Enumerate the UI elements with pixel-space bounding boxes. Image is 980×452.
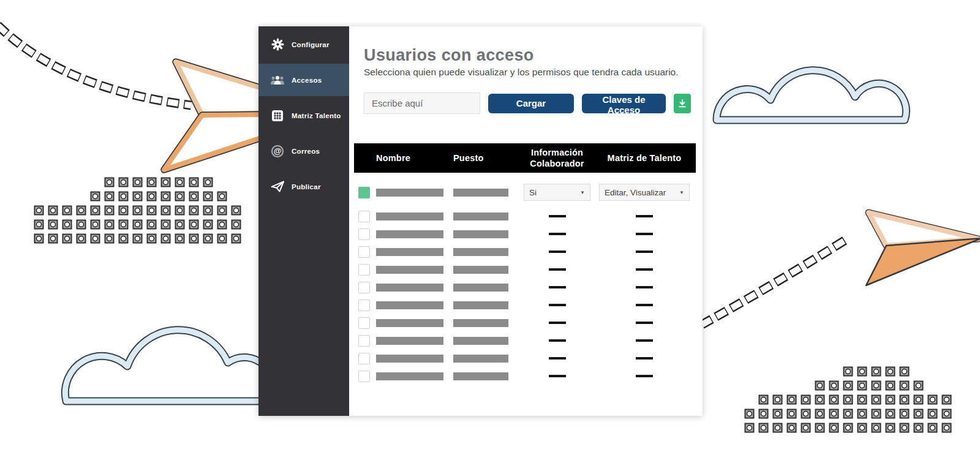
- empty-value-dash: [549, 322, 566, 324]
- row-checkbox[interactable]: [358, 299, 370, 311]
- puesto-cell: [453, 184, 521, 201]
- nombre-cell: [376, 210, 453, 222]
- sidebar-item-label: Configurar: [292, 41, 330, 48]
- matriz-talento-select[interactable]: Editar, Visualizar▼: [599, 184, 690, 201]
- empty-value-dash: [636, 286, 653, 288]
- access-keys-button[interactable]: Claves de Acceso: [582, 94, 666, 113]
- download-button[interactable]: [674, 94, 691, 113]
- row-checkbox[interactable]: [358, 335, 370, 347]
- informacion-colaborador-cell: [521, 246, 593, 258]
- puesto-cell: [453, 246, 521, 258]
- row-checkbox[interactable]: [358, 353, 370, 364]
- matriz-talento-cell: [593, 352, 696, 364]
- empty-value-dash: [549, 215, 566, 217]
- sidebar-item-configurar[interactable]: Configurar: [258, 28, 349, 61]
- checkbox-cell: [354, 228, 376, 240]
- nombre-cell: [376, 281, 453, 293]
- row-checkbox[interactable]: [358, 246, 370, 258]
- nombre-cell: [376, 317, 453, 329]
- app-window: Configurar Accesos: [258, 26, 703, 416]
- puesto-cell: [453, 228, 521, 240]
- table-row: [354, 281, 696, 293]
- sidebar-item-correos[interactable]: @ Correos: [258, 135, 349, 167]
- checkbox-cell: [354, 352, 376, 364]
- dot-pattern-right: [744, 366, 956, 433]
- informacion-colaborador-cell: [521, 263, 593, 276]
- nombre-placeholder-bar: [376, 213, 443, 220]
- sidebar-item-label: Matriz Talento: [292, 112, 341, 119]
- table-row: Si▼Editar, Visualizar▼: [354, 184, 696, 201]
- matriz-talento-cell: [593, 370, 696, 382]
- informacion-colaborador-cell: [521, 228, 593, 240]
- empty-value-dash: [636, 215, 653, 217]
- users-icon: [270, 73, 285, 88]
- puesto-placeholder-bar: [453, 355, 508, 363]
- informacion-colaborador-cell: [521, 317, 593, 329]
- sidebar-item-matriz-talento[interactable]: Matriz Talento: [258, 99, 349, 132]
- row-checkbox[interactable]: [358, 228, 370, 240]
- nombre-placeholder-bar: [376, 301, 443, 309]
- cloud-bottom-left: [65, 330, 272, 401]
- row-checkbox[interactable]: [358, 282, 370, 293]
- sidebar-item-label: Correos: [292, 148, 320, 155]
- sidebar-item-accesos[interactable]: Accesos: [258, 64, 349, 96]
- empty-value-dash: [549, 304, 566, 306]
- informacion-colaborador-cell: [521, 334, 593, 347]
- chevron-down-icon: ▼: [679, 190, 684, 195]
- cloud-top-right: [717, 70, 906, 120]
- puesto-cell: [453, 352, 521, 364]
- checkbox-cell: [354, 370, 376, 382]
- table-row: [354, 317, 696, 329]
- gear-icon: [270, 37, 285, 52]
- empty-value-dash: [549, 286, 566, 288]
- row-checkbox[interactable]: [358, 371, 370, 382]
- matriz-talento-cell: [593, 246, 696, 258]
- header-matriz-de-talento: Matriz de Talento: [593, 153, 696, 164]
- page-title: Usuarios con acceso: [364, 46, 534, 65]
- select-value: Editar, Visualizar: [605, 188, 666, 197]
- empty-value-dash: [636, 250, 653, 253]
- puesto-cell: [453, 370, 521, 382]
- header-puesto: Puesto: [453, 153, 521, 164]
- paper-plane-right: [866, 213, 980, 285]
- puesto-cell: [453, 281, 521, 293]
- empty-value-dash: [549, 268, 566, 271]
- dashed-line-right: [702, 240, 845, 325]
- row-checkbox[interactable]: [358, 317, 370, 329]
- matriz-talento-cell: [593, 299, 696, 311]
- download-icon: [677, 99, 687, 108]
- empty-value-dash: [549, 357, 566, 360]
- nombre-cell: [376, 352, 453, 364]
- checkbox-cell: [354, 210, 376, 222]
- puesto-cell: [453, 210, 521, 222]
- search-input[interactable]: [364, 92, 480, 114]
- sidebar: Configurar Accesos: [258, 26, 349, 416]
- load-button[interactable]: Cargar: [488, 94, 574, 113]
- table-row: [354, 210, 696, 222]
- checkbox-cell: [354, 317, 376, 329]
- empty-value-dash: [636, 233, 653, 235]
- empty-value-dash: [636, 339, 653, 342]
- row-checkbox[interactable]: [358, 211, 370, 222]
- puesto-placeholder-bar: [453, 213, 508, 220]
- matriz-talento-cell: [593, 210, 696, 222]
- nombre-placeholder-bar: [376, 266, 443, 274]
- informacion-colaborador-cell: Si▼: [521, 184, 593, 201]
- table-header: Nombre Puesto Información Colaborador Ma…: [354, 143, 696, 173]
- nombre-placeholder-bar: [376, 230, 443, 238]
- header-nombre: Nombre: [376, 153, 453, 164]
- row-checkbox[interactable]: [358, 187, 370, 198]
- puesto-cell: [453, 334, 521, 347]
- table-row: [354, 299, 696, 311]
- table-row: [354, 228, 696, 240]
- info-colaborador-select[interactable]: Si▼: [524, 184, 590, 201]
- nombre-placeholder-bar: [376, 355, 443, 363]
- sidebar-item-publicar[interactable]: Publicar: [258, 170, 349, 203]
- table-row: [354, 370, 696, 382]
- row-checkbox[interactable]: [358, 264, 370, 276]
- chevron-down-icon: ▼: [580, 190, 585, 195]
- empty-value-dash: [636, 357, 653, 360]
- empty-value-dash: [549, 339, 566, 342]
- dashed-curve-left: [0, 13, 191, 105]
- puesto-cell: [453, 317, 521, 329]
